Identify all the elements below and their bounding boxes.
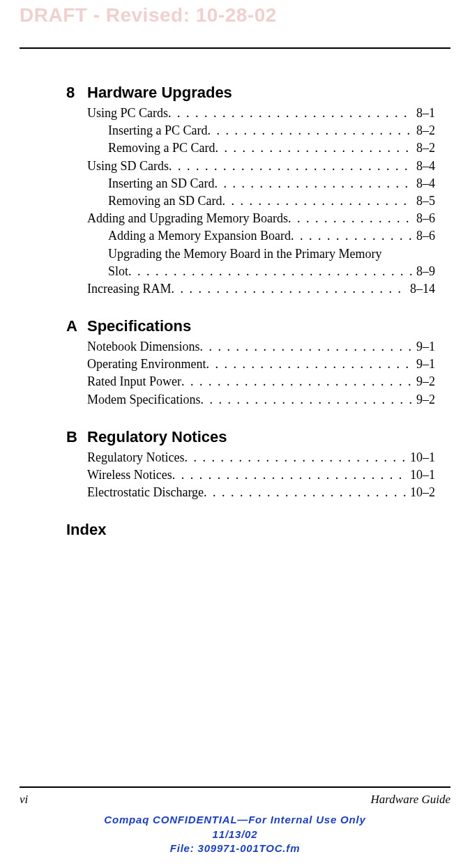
leader-dots	[200, 338, 413, 356]
section-head: B Regulatory Notices	[66, 428, 435, 446]
toc-entry: Increasing RAM8–14	[87, 280, 435, 298]
toc-text: Using SD Cards	[87, 158, 169, 175]
toc-entry: Using PC Cards8–1	[87, 105, 435, 122]
toc-page: 10–1	[406, 466, 435, 484]
toc-page: 9–1	[412, 338, 435, 356]
toc-page: 8–4	[412, 158, 435, 175]
toc-text: Slot	[108, 263, 128, 280]
toc-text: Regulatory Notices	[87, 449, 184, 466]
toc-entry: Adding and Upgrading Memory Boards8–6	[87, 210, 435, 227]
toc-page: 9–2	[412, 373, 435, 390]
section-head: 8 Hardware Upgrades	[66, 84, 435, 102]
toc-entry: Removing a PC Card8–2	[108, 139, 435, 157]
confidential-line2: 11/13/02	[0, 828, 470, 842]
draft-watermark: DRAFT - Revised: 10-28-02	[0, 0, 470, 26]
footer-rule	[20, 786, 450, 788]
toc-text: Rated Input Power	[87, 373, 181, 390]
toc-entry: Inserting a PC Card8–2	[108, 122, 435, 139]
toc-page: 10–1	[406, 449, 435, 466]
toc-entry: Regulatory Notices10–1	[87, 449, 435, 466]
index-heading: Index	[66, 521, 435, 539]
leader-dots	[128, 263, 412, 280]
toc-entry: Rated Input Power9–2	[87, 373, 435, 390]
toc-entry: Using SD Cards8–4	[87, 158, 435, 175]
toc-text: Electrostatic Discharge	[87, 484, 204, 501]
section-title: Regulatory Notices	[87, 428, 227, 446]
toc-entry: Removing an SD Card8–5	[108, 192, 435, 210]
toc-page: 8–2	[412, 122, 435, 139]
toc-text: Removing a PC Card	[108, 139, 215, 157]
toc-text: Inserting a PC Card	[108, 122, 207, 139]
section-title: Hardware Upgrades	[87, 84, 232, 102]
toc-content: 8 Hardware Upgrades Using PC Cards8–1 In…	[66, 84, 435, 539]
confidential-line1: Compaq CONFIDENTIAL—For Internal Use Onl…	[0, 813, 470, 827]
leader-dots	[222, 192, 413, 210]
confidential-line3: File: 309971-001TOC.fm	[0, 842, 470, 855]
footer-page-number: vi	[20, 793, 28, 807]
toc-entry: Inserting an SD Card8–4	[108, 175, 435, 192]
leader-dots	[291, 227, 412, 245]
leader-dots	[204, 484, 406, 501]
leader-dots	[181, 373, 412, 390]
toc-page: 8–4	[412, 175, 435, 192]
leader-dots	[168, 105, 412, 122]
leader-dots	[288, 210, 412, 227]
section-b: B Regulatory Notices Regulatory Notices1…	[66, 428, 435, 502]
toc-page: 8–2	[412, 139, 435, 157]
leader-dots	[214, 175, 412, 192]
section-number: B	[66, 428, 87, 446]
toc-page: 8–5	[412, 192, 435, 210]
toc-page: 8–6	[412, 227, 435, 245]
leader-dots	[200, 391, 412, 409]
toc-page: 8–14	[406, 280, 435, 298]
leader-dots	[169, 158, 412, 175]
top-rule	[20, 47, 450, 49]
leader-dots	[215, 139, 413, 157]
section-head: A Specifications	[66, 317, 435, 335]
toc-text: Adding a Memory Expansion Board	[108, 227, 291, 245]
section-number: A	[66, 317, 87, 335]
toc-entry: Slot8–9	[108, 263, 435, 280]
toc-page: 9–2	[412, 391, 435, 409]
toc-page: 10–2	[406, 484, 435, 501]
confidential-footer: Compaq CONFIDENTIAL—For Internal Use Onl…	[0, 813, 470, 855]
leader-dots	[207, 122, 412, 139]
toc-text: Using PC Cards	[87, 105, 168, 122]
toc-text: Increasing RAM	[87, 280, 171, 298]
section-8: 8 Hardware Upgrades Using PC Cards8–1 In…	[66, 84, 435, 298]
section-title: Specifications	[87, 317, 191, 335]
toc-entry: Electrostatic Discharge10–2	[87, 484, 435, 501]
toc-text: Adding and Upgrading Memory Boards	[87, 210, 288, 227]
toc-page: 9–1	[412, 356, 435, 373]
toc-page: 8–1	[412, 105, 435, 122]
section-a: A Specifications Notebook Dimensions9–1 …	[66, 317, 435, 409]
leader-dots	[206, 356, 412, 373]
toc-page: 8–9	[412, 263, 435, 280]
toc-entry: Operating Environment9–1	[87, 356, 435, 373]
toc-entry: Wireless Notices10–1	[87, 466, 435, 484]
toc-entry-wrap: Upgrading the Memory Board in the Primar…	[108, 245, 435, 263]
toc-text: Notebook Dimensions	[87, 338, 200, 356]
toc-entry: Adding a Memory Expansion Board8–6	[108, 227, 435, 245]
footer-title: Hardware Guide	[371, 793, 450, 807]
toc-text: Modem Specifications	[87, 391, 200, 409]
leader-dots	[184, 449, 406, 466]
toc-entry: Modem Specifications9–2	[87, 391, 435, 409]
leader-dots	[172, 466, 406, 484]
toc-text: Operating Environment	[87, 356, 206, 373]
toc-entry: Notebook Dimensions9–1	[87, 338, 435, 356]
toc-text: Inserting an SD Card	[108, 175, 214, 192]
leader-dots	[171, 280, 406, 298]
toc-text: Removing an SD Card	[108, 192, 222, 210]
footer: vi Hardware Guide	[20, 793, 450, 807]
toc-text: Wireless Notices	[87, 466, 172, 484]
section-number: 8	[66, 84, 87, 102]
toc-page: 8–6	[412, 210, 435, 227]
section-index: Index	[66, 521, 435, 539]
